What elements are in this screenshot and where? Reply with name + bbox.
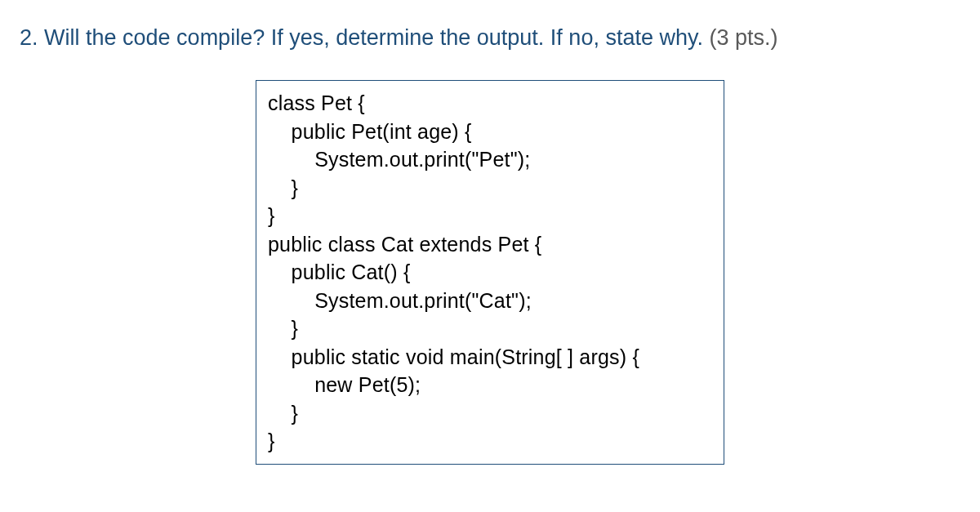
code-line: } [268, 402, 298, 425]
code-line: } [268, 430, 275, 452]
code-line: System.out.print("Cat"); [268, 289, 532, 312]
code-line: new Pet(5); [268, 373, 421, 396]
code-line: public class Cat extends Pet { [268, 233, 541, 256]
code-block: class Pet { public Pet(int age) { System… [256, 80, 724, 465]
code-line: public static void main(String[ ] args) … [268, 345, 639, 368]
code-line: } [268, 204, 275, 227]
question-number: 2. [20, 25, 38, 50]
code-line: } [268, 317, 298, 340]
code-line: class Pet { [268, 91, 365, 114]
question-text: Will the code compile? If yes, determine… [44, 25, 703, 50]
code-line: System.out.print("Pet"); [268, 148, 530, 171]
code-container: class Pet { public Pet(int age) { System… [20, 80, 960, 465]
code-line: public Pet(int age) { [268, 120, 472, 143]
code-line: public Cat() { [268, 260, 411, 283]
code-line: } [268, 176, 298, 199]
question-points: (3 pts.) [709, 25, 777, 50]
question-header: 2. Will the code compile? If yes, determ… [20, 23, 960, 52]
